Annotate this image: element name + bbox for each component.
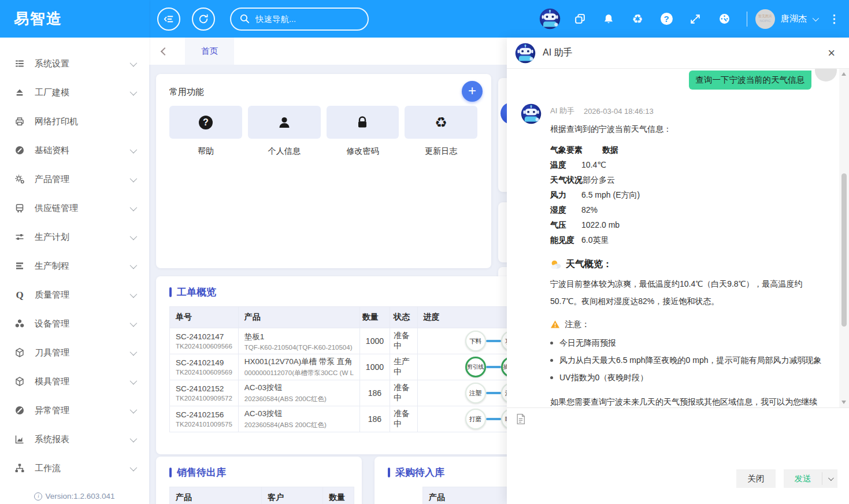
- chevron-left-icon: [161, 47, 169, 55]
- sliders-icon: [14, 231, 25, 243]
- sidebar-item-mold-management[interactable]: 模具管理: [0, 367, 149, 396]
- robot-avatar: [521, 103, 542, 124]
- assistant-meta: AI 助手 2026-03-04 18:46:13: [550, 106, 822, 116]
- chat-footer-buttons: 关闭 发送: [736, 469, 837, 488]
- sidebar-item-quality-management[interactable]: Q 质量管理: [0, 280, 149, 309]
- tile-help[interactable]: ? 帮助: [169, 106, 242, 157]
- sidebar-item-system-reports[interactable]: 系统报表: [0, 425, 149, 454]
- sidebar-item-label: 网络打印机: [35, 116, 78, 127]
- close-chat-button[interactable]: 关闭: [736, 469, 776, 488]
- section-title-sales-outbound: 销售待出库: [169, 466, 362, 479]
- chevron-down-icon: [130, 348, 138, 355]
- ai-assistant-panel: AI 助手 × 查询一下宁波当前的天气信息 AI 助手 2026-03-04 1…: [507, 38, 849, 504]
- send-button-group: 发送: [784, 469, 837, 488]
- sidebar-item-network-printer[interactable]: 网络打印机: [0, 107, 149, 136]
- ai-assistant-button[interactable]: [539, 8, 561, 29]
- truck-icon: [14, 202, 25, 214]
- weather-row: 温度10.4℃: [550, 157, 822, 172]
- chevron-down-icon: [130, 203, 138, 211]
- sidebar: 易智造 系统设置 工厂建模 网络打印机 基础资料 产品管理 供应链管理 生产计划: [0, 0, 149, 504]
- user-message-row: 查询一下宁波当前的天气信息: [521, 69, 839, 95]
- send-button[interactable]: 发送: [784, 469, 822, 488]
- sidebar-item-base-data[interactable]: 基础资料: [0, 136, 149, 165]
- more-menu-button[interactable]: ⋮: [829, 12, 840, 25]
- chevron-down-icon: [130, 435, 138, 442]
- sidebar-item-label: 系统设置: [35, 58, 69, 69]
- user-avatar[interactable]: 暂无图片 NOPIC: [755, 9, 775, 29]
- sidebar-item-label: 异常管理: [35, 405, 69, 416]
- tab-scroll-left-button[interactable]: [149, 49, 180, 54]
- send-options-button[interactable]: [822, 469, 837, 488]
- sidebar-item-product-management[interactable]: 产品管理: [0, 165, 149, 194]
- topbar-actions: ♻ ? 暂无图片 NOPIC 唐湖杰 ⋮: [539, 8, 849, 29]
- robot-avatar: [515, 43, 536, 64]
- sidebar-item-equipment-management[interactable]: 设备管理: [0, 309, 149, 338]
- theme-dashboard-button[interactable]: [710, 13, 739, 25]
- sidebar-item-supply-chain[interactable]: 供应链管理: [0, 194, 149, 223]
- weather-table-header: 气象要素数据: [550, 142, 822, 157]
- sidebar-item-production-process[interactable]: 生产制程: [0, 251, 149, 280]
- scrollbar-thumb[interactable]: [841, 173, 847, 327]
- refresh-icon: [198, 13, 209, 25]
- timestamp: 2026-03-04 18:46:13: [584, 107, 654, 116]
- divider: [747, 12, 747, 27]
- tab-home[interactable]: 首页: [185, 38, 234, 65]
- chat-scrollbar: [839, 69, 849, 407]
- sidebar-item-system-settings[interactable]: 系统设置: [0, 49, 149, 78]
- weather-row: 湿度82%: [550, 202, 822, 217]
- quick-functions-card: 常用功能 + ? 帮助 个人信息 修改密码 ♻ 更新日志: [156, 74, 491, 268]
- refresh-button[interactable]: [192, 8, 215, 31]
- fullscreen-button[interactable]: [681, 13, 710, 25]
- intro-line: 根据查询到的宁波当前天气信息：: [550, 121, 822, 136]
- scroll-up-arrow[interactable]: [841, 72, 846, 76]
- sidebar-item-factory-modeling[interactable]: 工厂建模: [0, 78, 149, 107]
- collapse-sidebar-button[interactable]: [157, 8, 180, 31]
- chevron-down-icon: [130, 59, 138, 66]
- sales-outbound-table: 产品 客户 数量: [169, 487, 354, 504]
- sidebar-item-cutter-management[interactable]: 刀具管理: [0, 338, 149, 367]
- sidebar-item-label: 生产制程: [35, 261, 69, 272]
- user-name[interactable]: 唐湖杰: [781, 13, 807, 24]
- scroll-down-arrow[interactable]: [841, 401, 846, 404]
- warning-icon: [550, 320, 560, 329]
- status-badge: 准备中: [390, 406, 418, 432]
- chevron-down-icon: [130, 377, 138, 384]
- cube-icon: [14, 376, 25, 387]
- update-log-button[interactable]: ♻: [623, 13, 652, 25]
- chat-input-area[interactable]: 关闭 发送: [507, 407, 849, 504]
- sidebar-nav: 系统设置 工厂建模 网络打印机 基础资料 产品管理 供应链管理 生产计划 生产: [0, 38, 149, 483]
- quick-function-tiles: ? 帮助 个人信息 修改密码 ♻ 更新日志: [169, 106, 477, 157]
- weather-overview-heading: 天气概览：: [550, 257, 822, 272]
- multi-window-button[interactable]: [565, 13, 594, 25]
- sidebar-item-label: 产品管理: [35, 174, 69, 185]
- sidebar-item-label: 工作流: [35, 463, 61, 474]
- sidebar-item-label: 供应链管理: [35, 203, 78, 214]
- sidebar-item-label: 系统报表: [35, 434, 69, 445]
- chevron-down-icon[interactable]: [813, 14, 819, 21]
- tile-change-password[interactable]: 修改密码: [327, 106, 399, 157]
- cube-icon: [14, 347, 25, 358]
- q-letter-icon: Q: [14, 289, 25, 301]
- tile-update-log[interactable]: ♻ 更新日志: [405, 106, 477, 157]
- notifications-button[interactable]: [594, 13, 623, 25]
- tile-personal-info[interactable]: 个人信息: [248, 106, 321, 157]
- sidebar-item-production-plan[interactable]: 生产计划: [0, 223, 149, 251]
- sidebar-item-abnormal-management[interactable]: 异常管理: [0, 396, 149, 425]
- indent-left-icon: [163, 13, 175, 25]
- chevron-down-icon: [130, 464, 138, 471]
- help-button[interactable]: ?: [652, 13, 681, 25]
- document-icon[interactable]: [515, 413, 527, 425]
- add-quick-function-button[interactable]: +: [462, 81, 483, 102]
- close-icon[interactable]: ×: [828, 47, 835, 60]
- chat-header: AI 助手 ×: [507, 38, 849, 69]
- status-badge: 准备中: [390, 380, 418, 406]
- robot-icon: [539, 8, 561, 29]
- assistant-message-row: AI 助手 2026-03-04 18:46:13 根据查询到的宁波当前天气信息…: [521, 103, 839, 407]
- search-input[interactable]: [255, 14, 364, 24]
- chevron-down-icon: [130, 406, 138, 413]
- weather-overview-text: 宁波目前整体较为凉爽，最低温度约10.4℃（白天9.8℃），最高温度约50.7℃…: [550, 275, 822, 310]
- closing-text: 如果您需要查询宁波未来几天的天气预报或其他区域信息，我可以为您继续查询！: [550, 393, 822, 407]
- sidebar-item-workflow[interactable]: 工作流: [0, 454, 149, 483]
- quick-nav-search: [230, 8, 369, 31]
- info-icon: i: [34, 492, 42, 501]
